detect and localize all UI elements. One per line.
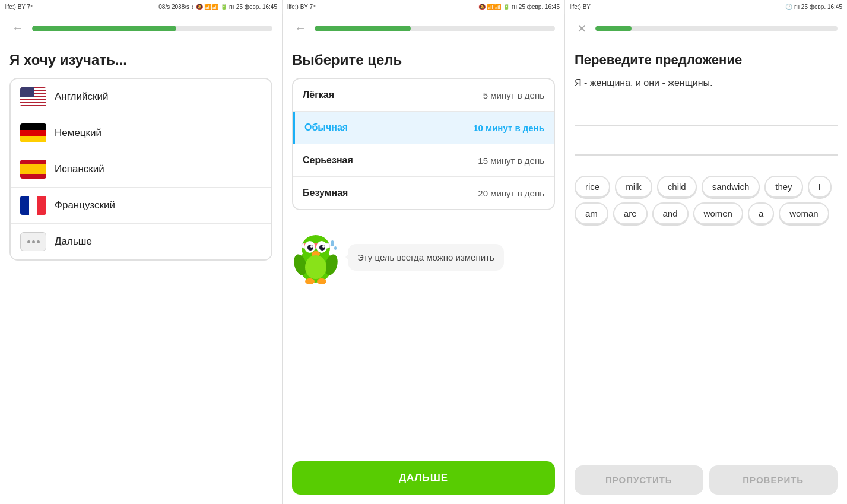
svg-point-7: [307, 245, 313, 251]
answer-area-1[interactable]: [575, 104, 838, 126]
goal-easy-name: Лёгкая: [303, 90, 334, 100]
sentence-ru: Я - женщина, и они - женщины.: [575, 76, 838, 90]
flag-es-icon: [20, 160, 46, 179]
goal-normal[interactable]: Обычная 10 минут в день: [293, 112, 554, 144]
screen3-content: Переведите предложение Я - женщина, и он…: [565, 43, 847, 459]
more-dots: [27, 240, 40, 243]
goal-crazy[interactable]: Безумная 20 минут в день: [293, 177, 554, 209]
word-chip-rice[interactable]: rice: [575, 176, 610, 198]
language-item-more[interactable]: Дальше: [11, 224, 271, 259]
word-chip-a[interactable]: a: [748, 202, 774, 224]
carrier-3: life:) BY: [570, 4, 591, 10]
svg-point-18: [334, 246, 337, 250]
word-chip-women[interactable]: women: [693, 202, 743, 224]
screen-goal-select: ← Выберите цель Лёгкая 5 минут в день Об…: [283, 14, 565, 504]
word-bank: rice milk child sandwich they I am are a…: [575, 170, 838, 230]
language-name-french: Французский: [55, 199, 115, 211]
progress-fill-2: [315, 26, 411, 31]
goal-serious-time: 15 минут в день: [478, 156, 544, 166]
language-list: Английский Немецкий Испанский Французски…: [9, 78, 272, 261]
language-name-german: Немецкий: [55, 127, 101, 139]
goal-normal-name: Обычная: [304, 122, 348, 133]
goal-crazy-name: Безумная: [303, 188, 348, 198]
owl-svg: [292, 230, 340, 284]
word-chip-they[interactable]: they: [764, 176, 802, 198]
word-chip-i[interactable]: I: [808, 176, 832, 198]
screen1-content: Я хочу изучать... Английский Немецкий Ис…: [0, 42, 282, 504]
language-name-more: Дальше: [55, 236, 92, 248]
status-bar: life:) BY 7⁺ 08/s 2038/s ↕ 🔕 📶📶 🔋 гн 25 …: [0, 0, 847, 14]
progress-fill-3: [595, 26, 632, 31]
dot-3: [37, 240, 40, 243]
status-right-3: 🕐 гн 25 февр. 16:45: [785, 4, 842, 10]
dot-2: [32, 240, 35, 243]
svg-point-17: [331, 240, 334, 246]
language-name-spanish: Испанский: [55, 163, 104, 175]
carrier-1: life:) BY 7⁺: [5, 4, 33, 10]
goal-easy-time: 5 минут в день: [483, 90, 544, 100]
check-button[interactable]: ПРОВЕРИТЬ: [709, 465, 838, 495]
skip-button[interactable]: ПРОПУСТИТЬ: [575, 465, 703, 495]
goal-list: Лёгкая 5 минут в день Обычная 10 минут в…: [292, 78, 555, 210]
continue-button[interactable]: ДАЛЬШЕ: [292, 461, 555, 495]
language-item-english[interactable]: Английский: [11, 79, 271, 115]
top-bar-1: ←: [0, 14, 282, 42]
word-chip-milk[interactable]: milk: [615, 176, 652, 198]
mascot-area: Эту цель всегда можно изменить: [292, 224, 555, 290]
back-button-1[interactable]: ←: [9, 21, 26, 35]
goal-serious[interactable]: Серьезная 15 минут в день: [293, 144, 554, 177]
word-chip-sandwich[interactable]: sandwich: [702, 176, 760, 198]
dot-1: [27, 240, 30, 243]
progress-fill-1: [32, 26, 176, 31]
status-left-2: life:) BY 7⁺: [287, 4, 316, 10]
word-chip-am[interactable]: am: [575, 202, 608, 224]
flag-us-icon: [20, 87, 46, 106]
status-right-1: 08/s 2038/s ↕ 🔕 📶📶 🔋 гн 25 февр. 16:45: [158, 4, 277, 10]
goal-crazy-time: 20 минут в день: [478, 188, 544, 198]
status-left-3: life:) BY: [570, 4, 591, 10]
goal-easy[interactable]: Лёгкая 5 минут в день: [293, 79, 554, 112]
top-bar-2: ←: [283, 14, 564, 42]
flag-more-icon: [20, 232, 46, 251]
goal-normal-time: 10 минут в день: [473, 123, 544, 133]
goal-serious-name: Серьезная: [303, 155, 353, 166]
screen-language-select: ← Я хочу изучать... Английский Немецкий …: [0, 14, 283, 504]
word-chip-woman[interactable]: woman: [779, 202, 829, 224]
flag-fr-icon: [20, 196, 46, 215]
flag-de-icon: [20, 123, 46, 142]
progress-bar-2: [315, 26, 555, 31]
answer-area-2[interactable]: [575, 134, 838, 156]
screen2-title: Выберите цель: [292, 52, 555, 68]
back-button-2[interactable]: ←: [292, 21, 309, 35]
language-name-english: Английский: [55, 91, 108, 103]
screen2-content: Выберите цель Лёгкая 5 минут в день Обыч…: [283, 42, 564, 461]
language-item-spanish[interactable]: Испанский: [11, 151, 271, 188]
bottom-buttons: ПРОПУСТИТЬ ПРОВЕРИТЬ: [565, 459, 847, 504]
screen-translate: ✕ Переведите предложение Я - женщина, и …: [565, 14, 847, 504]
status-icons-3: 🕐 гн 25 февр. 16:45: [785, 4, 842, 10]
top-bar-3: ✕: [565, 14, 847, 43]
svg-point-14: [305, 255, 326, 279]
language-item-german[interactable]: Немецкий: [11, 115, 271, 151]
translate-title: Переведите предложение: [575, 52, 838, 68]
mascot-owl: [292, 230, 340, 284]
speech-text: Эту цель всегда можно изменить: [357, 252, 494, 262]
screen1-title: Я хочу изучать...: [9, 52, 272, 68]
status-icons-2: 🔕 📶📶 🔋 гн 25 февр. 16:45: [478, 4, 560, 10]
status-right-2: 🔕 📶📶 🔋 гн 25 февр. 16:45: [478, 4, 560, 10]
word-chip-are[interactable]: are: [613, 202, 648, 224]
screens-container: ← Я хочу изучать... Английский Немецкий …: [0, 14, 847, 504]
status-segment-1: life:) BY 7⁺ 08/s 2038/s ↕ 🔕 📶📶 🔋 гн 25 …: [0, 0, 283, 14]
word-chip-and[interactable]: and: [652, 202, 689, 224]
carrier-2: life:) BY 7⁺: [287, 4, 316, 10]
close-button-3[interactable]: ✕: [575, 21, 589, 36]
progress-bar-3: [595, 26, 838, 31]
svg-point-8: [319, 245, 325, 251]
word-chip-child[interactable]: child: [657, 176, 697, 198]
status-segment-3: life:) BY 🕐 гн 25 февр. 16:45: [565, 0, 847, 14]
status-icons-1: 08/s 2038/s ↕ 🔕 📶📶 🔋 гн 25 февр. 16:45: [158, 4, 277, 10]
language-item-french[interactable]: Французский: [11, 188, 271, 224]
status-left-1: life:) BY 7⁺: [5, 4, 33, 10]
svg-point-10: [322, 245, 325, 248]
progress-bar-1: [32, 26, 272, 31]
